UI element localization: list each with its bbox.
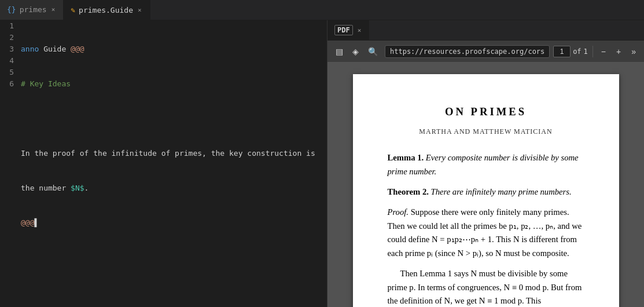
line-num-2: 2 — [5, 32, 14, 43]
code-at-delim: @@@ — [71, 45, 84, 53]
line-num-1: 1 — [5, 20, 14, 32]
tab-primes-guide-label: primes.Guide — [79, 6, 133, 14]
more-options-button[interactable]: » — [628, 45, 639, 58]
pdf-title: ON PRIMES — [388, 103, 584, 120]
pdf-document: ON PRIMES MARTHA AND MATTHEW MATICIAN Le… — [353, 74, 619, 307]
pdf-of-label: of — [573, 47, 581, 56]
pdf-lemma-label: Lemma 1. — [388, 153, 424, 162]
code-at-end: @@@ — [21, 218, 34, 227]
pdf-proof-p2-text: Then Lemma 1 says N must be divisible by… — [388, 269, 582, 307]
code-line-3 — [21, 113, 327, 125]
pdf-proof-p2: Then Lemma 1 says N must be divisible by… — [388, 267, 584, 307]
code-guide: Guide — [43, 45, 66, 53]
pdf-page-number-input[interactable] — [553, 46, 571, 57]
tab-primes-label: primes — [20, 5, 47, 14]
code-line-2: # Key Ideas — [21, 78, 327, 90]
tab-primes-guide[interactable]: ✎ primes.Guide × — [64, 0, 150, 20]
pdf-tab-label: PDF — [334, 25, 353, 35]
pdf-page-controls: of 1 — [553, 46, 588, 57]
cursor-block: ▌ — [34, 218, 39, 227]
pdf-total-pages: 1 — [584, 47, 588, 56]
code-dollar-n: $N$ — [71, 184, 84, 192]
pdf-proof: Proof. Suppose there were only finitely … — [388, 206, 584, 260]
sidebar-toggle-button[interactable]: ▤ — [332, 45, 347, 58]
line-num-6: 6 — [5, 78, 14, 90]
keyword-anno: anno — [21, 45, 39, 53]
pdf-authors: MARTHA AND MATTHEW MATICIAN — [388, 126, 584, 137]
main-content: 1 2 3 4 5 6 anno Guide @@@ # Key Ideas I… — [0, 20, 644, 307]
pdf-toolbar: ▤ ◈ 🔍 of 1 − + » — [327, 41, 644, 63]
line-num-3: 3 — [5, 43, 14, 55]
tab-primes-guide-close[interactable]: × — [137, 6, 143, 14]
toolbar-separator — [593, 46, 593, 57]
code-text-5a: the number — [21, 184, 71, 192]
code-area[interactable]: anno Guide @@@ # Key Ideas In the proof … — [21, 20, 327, 307]
curly-braces-icon: {} — [7, 5, 16, 14]
pdf-url-input[interactable] — [385, 45, 550, 58]
line-num-4: 4 — [5, 55, 14, 67]
tab-primes-close[interactable]: × — [50, 5, 57, 14]
fingerprint-button[interactable]: ◈ — [349, 45, 362, 58]
code-line-6: @@@▌ — [21, 217, 327, 229]
tab-bar: {} primes × ✎ primes.Guide × — [0, 0, 644, 20]
tab-primes[interactable]: {} primes × — [0, 0, 64, 20]
zoom-out-button[interactable]: − — [598, 45, 609, 58]
pdf-theorem-label: Theorem 2. — [388, 187, 429, 196]
zoom-in-button[interactable]: + — [613, 45, 624, 58]
code-text-5b: . — [84, 184, 89, 192]
comment-hash: # Key Ideas — [21, 79, 71, 88]
pdf-pane: PDF × ▤ ◈ 🔍 of 1 − + » ON P — [327, 20, 644, 307]
code-text-4: In the proof of the infinitude of primes… — [21, 149, 315, 158]
pen-icon: ✎ — [71, 6, 75, 14]
editor-pane: 1 2 3 4 5 6 anno Guide @@@ # Key Ideas I… — [0, 20, 327, 307]
pdf-toolbar-icons: ▤ ◈ 🔍 — [332, 45, 381, 58]
pdf-content[interactable]: ON PRIMES MARTHA AND MATTHEW MATICIAN Le… — [327, 63, 644, 307]
editor-content[interactable]: 1 2 3 4 5 6 anno Guide @@@ # Key Ideas I… — [0, 20, 327, 307]
line-numbers: 1 2 3 4 5 6 — [0, 20, 21, 307]
pdf-theorem-text: There are infinitely many prime numbers. — [431, 187, 572, 196]
pdf-lemma: Lemma 1. Every composite number is divis… — [388, 151, 584, 178]
pdf-proof-p1: Suppose there were only finitely many pr… — [388, 207, 582, 257]
code-line-1: anno Guide @@@ — [21, 43, 327, 55]
line-num-5: 5 — [5, 67, 14, 78]
search-button[interactable]: 🔍 — [365, 45, 381, 58]
tab-pdf[interactable]: PDF × — [327, 20, 369, 40]
pdf-theorem: Theorem 2. There are infinitely many pri… — [388, 185, 584, 199]
pdf-tab-bar: PDF × — [327, 20, 644, 41]
pdf-proof-label: Proof. — [388, 207, 409, 217]
code-line-4: In the proof of the infinitude of primes… — [21, 148, 327, 159]
tab-pdf-close[interactable]: × — [356, 26, 363, 35]
code-line-5: the number $N$. — [21, 182, 327, 194]
